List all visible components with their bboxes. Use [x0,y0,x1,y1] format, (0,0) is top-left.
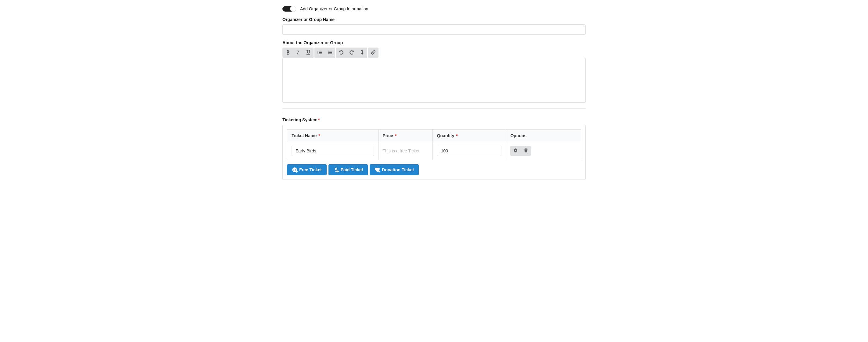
level-down-icon [360,50,364,56]
rte-italic-button[interactable] [293,47,303,58]
link-icon [371,50,375,56]
rte-redo-button[interactable] [346,47,357,58]
rte-underline-button[interactable] [303,47,313,58]
rte-bold-button[interactable] [282,47,293,58]
rte-ordered-list-button[interactable] [314,47,325,58]
add-organizer-toggle-label: Add Organizer or Group Information [300,6,368,11]
add-free-ticket-button[interactable]: Free Ticket [287,164,327,175]
dollar-plus-icon [333,167,339,173]
ordered-list-icon [317,50,322,56]
add-free-ticket-label: Free Ticket [299,168,322,172]
section-divider [282,113,586,113]
rte-undo-button[interactable] [336,47,346,58]
ticket-name-input[interactable] [291,146,374,156]
underline-icon [306,50,310,56]
rte-paragraph-button[interactable] [357,47,367,58]
gear-icon [514,148,518,153]
ticket-options-buttons [510,146,577,156]
ticket-quantity-input[interactable] [437,146,502,156]
col-header-price: Price * [378,130,432,142]
organizer-about-editor[interactable] [282,58,586,103]
ticketing-segment: Ticket Name * Price * Quantity * Options… [282,125,586,180]
tickets-table: Ticket Name * Price * Quantity * Options… [287,129,581,160]
col-header-quantity: Quantity * [432,130,506,142]
add-organizer-toggle-row: Add Organizer or Group Information [282,6,586,11]
rte-unordered-list-button[interactable] [325,47,335,58]
smile-plus-icon [292,167,298,173]
add-donation-ticket-button[interactable]: Donation Ticket [370,164,419,175]
organizer-about-label: About the Organizer or Group [282,40,586,45]
bold-icon [285,50,290,56]
undo-icon [339,50,343,56]
organizer-about-field: About the Organizer or Group [282,40,586,103]
ticket-settings-button[interactable] [510,146,521,156]
redo-icon [349,50,354,56]
organizer-name-field: Organizer or Group Name [282,17,586,35]
col-header-options: Options [506,130,581,142]
table-row: This is a free Ticket [287,142,581,160]
organizer-name-label: Organizer or Group Name [282,17,586,22]
section-divider [282,108,586,108]
ticket-delete-button[interactable] [521,146,531,156]
ticketing-system-section: Ticketing System* Ticket Name * Price * … [282,117,586,180]
ticket-price-free-text: This is a free Ticket [383,148,420,153]
unordered-list-icon [328,50,332,56]
rte-link-button[interactable] [368,47,378,58]
add-paid-ticket-button[interactable]: Paid Ticket [329,164,368,175]
heart-plus-icon [374,167,380,173]
ticketing-system-label: Ticketing System* [282,117,586,122]
rte-toolbar [282,47,586,58]
add-organizer-toggle[interactable] [282,6,296,11]
add-paid-ticket-label: Paid Ticket [341,168,363,172]
trash-icon [524,148,528,153]
organizer-name-input[interactable] [282,24,586,35]
add-ticket-buttons-row: Free Ticket Paid Ticket Donation Ticket [287,164,581,175]
italic-icon [296,50,300,56]
add-donation-ticket-label: Donation Ticket [382,168,414,172]
col-header-name: Ticket Name * [287,130,378,142]
